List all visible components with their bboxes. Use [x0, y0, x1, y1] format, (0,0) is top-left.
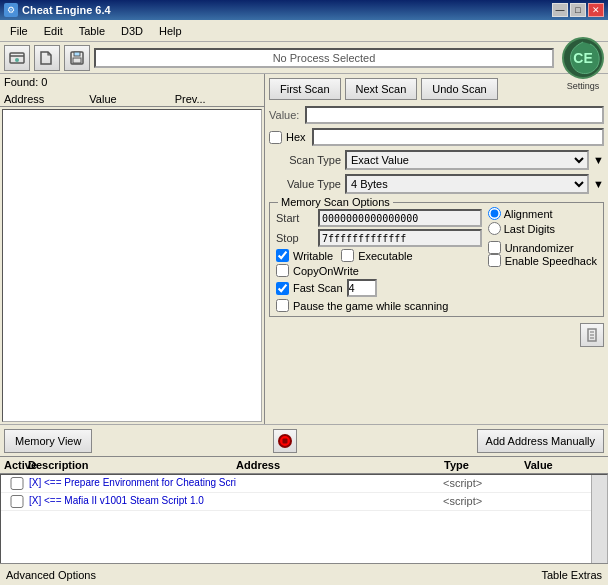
close-button[interactable]: ✕ — [588, 3, 604, 17]
value-input[interactable] — [305, 106, 604, 124]
group-title: Memory Scan Options — [278, 196, 393, 208]
status-bar: Advanced Options Table Extras — [0, 563, 608, 585]
pause-game-checkbox[interactable] — [276, 299, 289, 312]
copyonwrite-checkbox[interactable] — [276, 264, 289, 277]
memory-view-button[interactable]: Memory View — [4, 429, 92, 453]
address-list-header: Active Description Address Type Value — [0, 457, 608, 474]
writable-label: Writable — [293, 250, 333, 262]
address-table-body — [2, 109, 262, 422]
executable-checkbox[interactable] — [341, 249, 354, 262]
address-list: Active Description Address Type Value [X… — [0, 456, 608, 574]
alignment-label: Alignment — [504, 208, 553, 220]
stop-row: Stop — [276, 229, 482, 247]
found-bar: Found: 0 — [0, 74, 264, 92]
next-scan-button[interactable]: Next Scan — [345, 78, 418, 100]
scan-type-select[interactable]: Exact Value Bigger than... Smaller than.… — [345, 150, 589, 170]
alignment-radio-row: Alignment — [488, 207, 597, 220]
fastscan-row: Fast Scan — [276, 282, 343, 295]
speedhack-row: Enable Speedhack — [488, 254, 597, 267]
svg-rect-3 — [74, 52, 80, 56]
lastdigits-radio[interactable] — [488, 222, 501, 235]
col-type: Type — [444, 459, 524, 471]
table-extras-label[interactable]: Table Extras — [541, 569, 602, 581]
lastdigits-radio-row: Last Digits — [488, 222, 597, 235]
memory-scan-options: Memory Scan Options Start Stop — [269, 202, 604, 317]
first-scan-button[interactable]: First Scan — [269, 78, 341, 100]
hex-checkbox[interactable] — [269, 131, 282, 144]
svg-text:CE: CE — [573, 50, 592, 66]
minimize-button[interactable]: — — [552, 3, 568, 17]
list-scrollbar[interactable] — [591, 475, 607, 573]
unrandomizer-checkbox[interactable] — [488, 241, 501, 254]
window-title: Cheat Engine 6.4 — [22, 4, 111, 16]
stop-icon — [278, 434, 292, 448]
list-item[interactable]: [X] <== Prepare Environment for Cheating… — [1, 475, 607, 493]
menu-edit[interactable]: Edit — [36, 23, 71, 39]
writable-checkbox[interactable] — [276, 249, 289, 262]
left-panel: Found: 0 Address Value Prev... — [0, 74, 265, 424]
menu-table[interactable]: Table — [71, 23, 113, 39]
hex-row: Hex — [269, 128, 604, 146]
open-process-button[interactable] — [4, 45, 30, 71]
menu-d3d[interactable]: D3D — [113, 23, 151, 39]
scan-buttons-row: First Scan Next Scan Undo Scan — [269, 78, 604, 100]
pause-game-label: Pause the game while scanning — [293, 300, 448, 312]
ce-logo: CE — [562, 37, 604, 79]
scan-pointer-button[interactable] — [580, 323, 604, 347]
fastscan-value[interactable] — [347, 279, 377, 297]
settings-label[interactable]: Settings — [562, 81, 604, 91]
address-list-body: [X] <== Prepare Environment for Cheating… — [0, 474, 608, 574]
start-row: Start — [276, 209, 482, 227]
menu-bar: File Edit Table D3D Help — [0, 20, 608, 42]
undo-scan-button[interactable]: Undo Scan — [421, 78, 497, 100]
title-bar: ⚙ Cheat Engine 6.4 — □ ✕ — [0, 0, 608, 20]
col-val: Value — [524, 459, 604, 471]
value-type-label: Value Type — [269, 178, 341, 190]
address-table-header: Address Value Prev... — [0, 92, 264, 107]
row2-address — [236, 495, 443, 508]
open-file-button[interactable] — [34, 45, 60, 71]
value-type-select[interactable]: 1 Byte 2 Bytes 4 Bytes 8 Bytes Float Dou… — [345, 174, 589, 194]
col-address: Address — [4, 93, 89, 105]
unrandomizer-label: Unrandomizer — [505, 242, 574, 254]
list-item[interactable]: [X] <== Mafia II v1001 Steam Script 1.0 … — [1, 493, 607, 511]
col-active: Active — [4, 459, 28, 471]
row1-description: [X] <== Prepare Environment for Cheating… — [29, 477, 236, 490]
value-label: Value: — [269, 109, 299, 121]
save-button[interactable] — [64, 45, 90, 71]
svg-point-1 — [15, 58, 19, 62]
stop-label: Stop — [276, 232, 314, 244]
scan-type-row: Scan Type Exact Value Bigger than... Sma… — [269, 150, 604, 170]
start-input[interactable] — [318, 209, 482, 227]
app-icon: ⚙ — [4, 3, 18, 17]
fastscan-checkbox[interactable] — [276, 282, 289, 295]
right-options-col: Alignment Last Digits Unrandomizer — [488, 207, 597, 312]
alignment-radio[interactable] — [488, 207, 501, 220]
fastscan-label: Fast Scan — [293, 282, 343, 294]
window-controls: — □ ✕ — [552, 3, 604, 17]
stop-input[interactable] — [318, 229, 482, 247]
scan-type-label: Scan Type — [269, 154, 341, 166]
value-row: Value: — [269, 106, 604, 124]
hex-label: Hex — [286, 131, 306, 143]
add-address-button[interactable]: Add Address Manually — [477, 429, 604, 453]
maximize-button[interactable]: □ — [570, 3, 586, 17]
stop-button[interactable] — [273, 429, 297, 453]
right-panel: First Scan Next Scan Undo Scan Value: He… — [265, 74, 608, 424]
row1-active[interactable] — [5, 477, 29, 490]
process-input[interactable] — [94, 48, 554, 68]
process-bar: CE Settings — [0, 42, 608, 74]
menu-file[interactable]: File — [2, 23, 36, 39]
main-content: Found: 0 Address Value Prev... First Sca… — [0, 74, 608, 424]
value-type-row: Value Type 1 Byte 2 Bytes 4 Bytes 8 Byte… — [269, 174, 604, 194]
row2-type: <script> — [443, 495, 523, 508]
row2-active[interactable] — [5, 495, 29, 508]
menu-help[interactable]: Help — [151, 23, 190, 39]
pause-game-row: Pause the game while scanning — [276, 299, 482, 312]
bottom-btn-bar: Memory View Add Address Manually — [0, 424, 608, 456]
start-label: Start — [276, 212, 314, 224]
advanced-options-label[interactable]: Advanced Options — [6, 569, 96, 581]
speedhack-checkbox[interactable] — [488, 254, 501, 267]
row1-address — [236, 477, 443, 490]
hex-value-input[interactable] — [312, 128, 604, 146]
